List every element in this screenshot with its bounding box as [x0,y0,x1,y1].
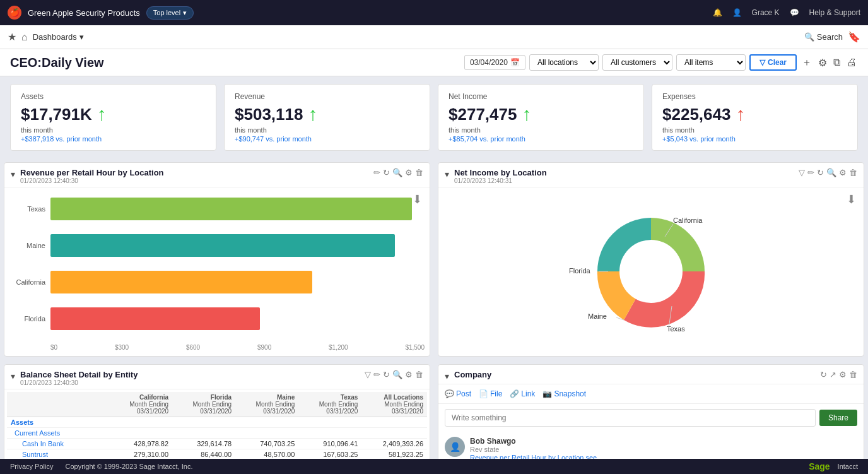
filter-icon: ▽ [760,58,765,67]
notification-icon[interactable]: 🔔 [713,8,722,17]
donut-chart-icons: ▽ ✏ ↻ 🔍 ⚙ 🗑 [799,168,857,177]
edit-icon[interactable]: ✏ [807,168,814,177]
date-filter[interactable]: 03/04/2020 📅 [464,55,525,70]
add-icon[interactable]: ＋ [801,55,813,71]
settings-widget-icon[interactable]: ⚙ [839,370,847,379]
settings-widget-icon[interactable]: ⚙ [405,168,413,177]
kpi-card-2: Net Income $277,475 ↑ this month +$85,70… [438,84,644,151]
main-content: Assets $17,791K ↑ this month +$387,918 v… [0,76,868,474]
copyright-text: Copyright © 1999-2023 Sage Intacct, Inc. [66,463,193,470]
dropdown-chevron: ▾ [79,32,84,42]
dashboards-label: Dashboards [33,32,77,42]
search-widget-icon[interactable]: 🔍 [392,370,402,379]
bar-label: Maine [9,242,50,249]
x-axis-label: $1,500 [405,344,425,351]
collapse-icon[interactable]: ▾ [445,371,449,381]
refresh-icon[interactable]: ↻ [820,370,827,379]
file-icon: 📄 [479,389,488,398]
calendar-icon: 📅 [510,58,520,67]
settings-icon[interactable]: ⚙ [817,56,828,70]
privacy-policy-link[interactable]: Privacy Policy [10,463,53,470]
delete-icon[interactable]: 🗑 [849,168,857,177]
home-icon[interactable]: ⌂ [21,32,28,43]
kpi-arrow: ↑ [97,104,107,125]
link-icon: 🔗 [510,389,519,398]
edit-icon[interactable]: ✏ [373,370,380,379]
items-filter[interactable]: All items [676,54,746,71]
collapse-icon[interactable]: ▾ [11,169,15,179]
post-action[interactable]: 💬 Post [445,389,471,398]
section-header[interactable]: Assets [7,417,427,428]
settings-widget-icon[interactable]: ⚙ [839,168,847,177]
delete-icon[interactable]: 🗑 [415,370,423,379]
bar-chart-title-area: Revenue per Retail Hour by Location 01/2… [20,168,371,184]
kpi-label: Assets [21,92,206,101]
refresh-icon[interactable]: ↻ [817,168,824,177]
company-input[interactable] [445,409,816,427]
svg-text:California: California [673,216,703,224]
row-label[interactable]: Cash In Bank [7,439,109,449]
refresh-icon[interactable]: ↻ [383,370,390,379]
x-axis-label: $600 [186,344,200,351]
balance-sheet-title: Balance Sheet Detail by Entity [20,370,362,379]
search-widget-icon[interactable]: 🔍 [826,168,836,177]
bar-x-axis: $0$300$600$900$1,200$1,500 [9,344,425,351]
link-action[interactable]: 🔗 Link [510,389,535,398]
user-name[interactable]: Grace K [752,8,780,17]
company-icons: ↻ ↗ ⚙ 🗑 [820,370,857,379]
filter-bar: 03/04/2020 📅 All locations All customers… [464,54,858,71]
delete-icon[interactable]: 🗑 [849,370,857,379]
balance-sheet-widget: ▾ Balance Sheet Detail by Entity 01/20/2… [4,364,430,474]
search-button[interactable]: 🔍 Search [804,32,843,42]
collapse-icon[interactable]: ▾ [445,169,449,179]
bar-row: Florida [9,307,425,330]
post-icon: 💬 [445,389,454,398]
share-button[interactable]: Share [819,410,857,426]
row-label[interactable]: Suntrust [7,449,109,460]
print-icon[interactable]: 🖨 [845,56,858,69]
search-icon: 🔍 [804,32,814,42]
footer: Privacy Policy Copyright © 1999-2023 Sag… [0,459,868,474]
dashboards-dropdown[interactable]: Dashboards ▾ [33,32,84,42]
dashboard-grid: ▾ Revenue per Retail Hour by Location 01… [0,158,868,474]
cell-value: 740,703.25 [235,439,298,449]
refresh-icon[interactable]: ↻ [383,168,390,177]
search-widget-icon[interactable]: 🔍 [392,168,402,177]
table-row: Current Assets [7,428,427,439]
external-icon[interactable]: ↗ [830,370,836,379]
chat-icon[interactable]: 💬 [790,8,799,17]
commenter-avatar: 👤 [445,437,465,457]
cell-value: 428,978.82 [109,439,172,449]
cell-value: 581,923.25 [361,449,427,460]
kpi-card-3: Expenses $225,643 ↑ this month +$5,043 v… [652,84,858,151]
customers-filter[interactable]: All customers [602,54,672,71]
bar-chart-timestamp: 01/20/2023 12:40:30 [20,177,371,184]
clear-button[interactable]: ▽ Clear [749,54,797,71]
app-logo: 🍎 [8,6,21,20]
top-level-button[interactable]: Top level ▾ [146,6,194,20]
bookmark-icon[interactable]: 🔖 [848,31,860,43]
edit-icon[interactable]: ✏ [373,168,380,177]
collapse-icon[interactable]: ▾ [11,371,15,381]
kpi-sub: this month [21,126,206,134]
cell-value: 167,603.25 [298,449,361,460]
donut-chart-title-area: Net Income by Location 01/20/2023 12:40:… [454,168,796,184]
settings-widget-icon[interactable]: ⚙ [405,370,413,379]
col-california: CaliforniaMonth Ending03/31/2020 [109,392,172,417]
snapshot-action[interactable]: 📷 Snapshot [542,389,586,398]
locations-filter[interactable]: All locations [529,54,599,71]
top-navigation: 🍎 Green Apple Security Products Top leve… [0,0,868,25]
help-support-link[interactable]: Help & Support [809,8,860,17]
filter-widget-icon[interactable]: ▽ [365,370,371,379]
x-axis-label: $900 [257,344,271,351]
delete-icon[interactable]: 🗑 [415,168,423,177]
subsection-header[interactable]: Current Assets [7,428,427,439]
balance-sheet-timestamp: 01/20/2023 12:40:30 [20,379,362,386]
file-action[interactable]: 📄 File [479,389,502,398]
kpi-card-0: Assets $17,791K ↑ this month +$387,918 v… [10,84,216,151]
svg-text:Florida: Florida [569,267,591,275]
copy-icon[interactable]: ⧉ [832,56,842,69]
filter-widget-icon[interactable]: ▽ [799,168,805,177]
bar-row: Texas [9,198,425,220]
star-icon[interactable]: ★ [8,31,16,43]
